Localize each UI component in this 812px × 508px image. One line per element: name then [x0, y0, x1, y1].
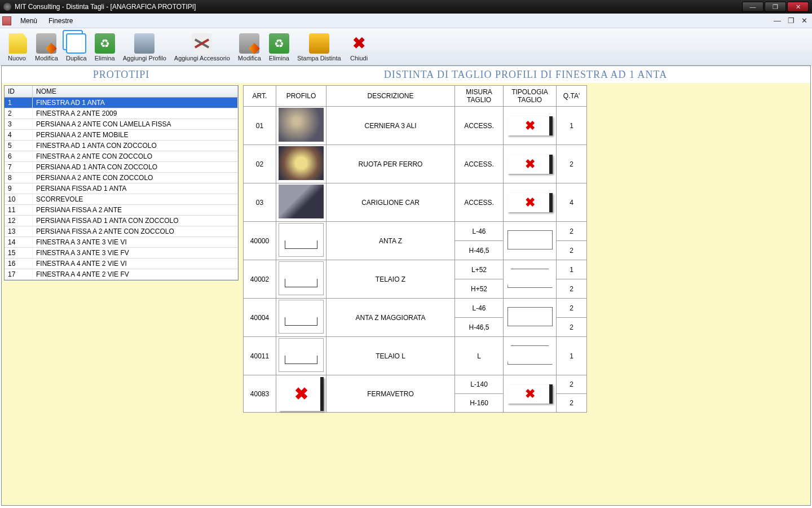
- table-row[interactable]: 4PERSIANA A 2 ANTE MOBILE: [5, 130, 238, 141]
- menu-menu[interactable]: Menù: [16, 16, 42, 26]
- elimina-label: Elimina: [95, 55, 115, 62]
- form-icon: [2, 16, 11, 25]
- cell-profilo: [276, 299, 326, 337]
- cell-misura: H-160: [455, 394, 504, 413]
- chiudi-label: Chiudi: [350, 55, 368, 62]
- table-row[interactable]: 03CARIGLIONE CARACCESS.4: [244, 183, 587, 222]
- cell-id: 8: [5, 173, 33, 183]
- cell-id: 12: [5, 216, 33, 226]
- modifica-button[interactable]: Modifica: [32, 32, 61, 63]
- window-minimize-button[interactable]: —: [742, 2, 764, 12]
- cell-descrizione: ANTA Z MAGGIORATA: [326, 299, 455, 337]
- cell-misura: H-46,5: [455, 318, 504, 337]
- mdi-minimize-button[interactable]: —: [771, 16, 783, 25]
- table-row[interactable]: 7PERSIANA AD 1 ANTA CON ZOCCOLO: [5, 162, 238, 173]
- table-row[interactable]: 40000ANTA ZL-462: [244, 222, 587, 241]
- table-row[interactable]: 9PERSIANA FISSA AD 1 ANTA: [5, 183, 238, 194]
- cell-nome: FINESTRA AD 1 ANTA: [33, 98, 238, 108]
- mdi-restore-button[interactable]: ❐: [785, 16, 797, 25]
- table-row[interactable]: 10SCORREVOLE: [5, 194, 238, 205]
- left-pane: PROTOTIPI ID NOME 1FINESTRA AD 1 ANTA2FI…: [2, 66, 241, 505]
- col-header-nome[interactable]: NOME: [33, 86, 238, 97]
- profile-thumbnail: [279, 377, 324, 411]
- table-row[interactable]: 17FINESTRA A 4 ANTE 2 VIE FV: [5, 269, 238, 280]
- close-icon: [349, 33, 369, 54]
- elimina-button[interactable]: Elimina: [91, 32, 118, 63]
- cell-nome: FINESTRA A 3 ANTE 3 VIE FV: [33, 248, 238, 258]
- cut-type-icon: [508, 307, 553, 326]
- window-maximize-button[interactable]: ❐: [765, 2, 786, 12]
- cell-profilo: [276, 107, 326, 145]
- table-row[interactable]: 01CERNIERA 3 ALIACCESS.1: [244, 107, 587, 145]
- new-icon: [7, 33, 27, 54]
- cell-art: 40002: [244, 260, 276, 299]
- table-row[interactable]: 15FINESTRA A 3 ANTE 3 VIE FV: [5, 248, 238, 259]
- col-header-id[interactable]: ID: [5, 86, 33, 97]
- profile-thumbnail: [279, 185, 324, 218]
- table-row[interactable]: 2FINESTRA A 2 ANTE 2009: [5, 108, 238, 119]
- cell-misura: ACCESS.: [455, 107, 504, 145]
- menu-bar: Menù Finestre — ❐ ✕: [0, 14, 812, 28]
- col-header-tipologia[interactable]: TIPOLOGIA TAGLIO: [504, 86, 557, 107]
- table-row[interactable]: 40011TELAIO LL1: [244, 337, 587, 375]
- profile-thumbnail: [279, 300, 324, 334]
- duplica-button[interactable]: Duplica: [63, 32, 90, 63]
- cell-misura: L+52: [455, 260, 504, 279]
- stampa-button[interactable]: Stampa Distinta: [294, 32, 345, 63]
- window-close-button[interactable]: ✕: [787, 2, 809, 12]
- distinta-grid[interactable]: ART. PROFILO DESCRIZIONE MISURA TAGLIO T…: [243, 85, 587, 413]
- profile-thumbnail: [279, 261, 324, 295]
- cell-id: 9: [5, 183, 33, 194]
- cut-type-icon: [508, 384, 553, 404]
- cell-profilo: [276, 145, 326, 183]
- accessory-icon: [192, 33, 212, 54]
- col-header-profilo[interactable]: PROFILO: [276, 86, 326, 107]
- cell-qta: 2: [557, 241, 587, 260]
- modifica2-button[interactable]: Modifica: [235, 32, 264, 63]
- table-row[interactable]: 40004ANTA Z MAGGIORATAL-462: [244, 299, 587, 318]
- elimina2-button[interactable]: Elimina: [266, 32, 293, 63]
- col-header-art[interactable]: ART.: [244, 86, 276, 107]
- profile-thumbnail: [279, 146, 324, 180]
- col-header-qta[interactable]: Q.TA': [557, 86, 587, 107]
- table-row[interactable]: 6FINESTRA A 2 ANTE CON ZOCCOLO: [5, 151, 238, 162]
- table-row[interactable]: 8PERSIANA A 2 ANTE CON ZOCCOLO: [5, 173, 238, 183]
- table-row[interactable]: 13PERSIANA FISSA A 2 ANTE CON ZOCCOLO: [5, 226, 238, 237]
- table-row[interactable]: 40002TELAIO ZL+521: [244, 260, 587, 279]
- chiudi-button[interactable]: Chiudi: [346, 32, 373, 63]
- profile-thumbnail: [279, 338, 324, 372]
- table-row[interactable]: 16FINESTRA A 4 ANTE 2 VIE VI: [5, 259, 238, 269]
- table-row[interactable]: 40083FERMAVETROL-1402: [244, 375, 587, 394]
- cell-profilo: [276, 183, 326, 222]
- cell-qta: 1: [557, 337, 587, 375]
- cell-profilo: [276, 222, 326, 260]
- cell-misura: L-46: [455, 299, 504, 318]
- nuovo-button[interactable]: Nuovo: [3, 32, 30, 63]
- cell-tipologia: [504, 375, 557, 413]
- cell-art: 40000: [244, 222, 276, 260]
- prototipi-grid[interactable]: ID NOME 1FINESTRA AD 1 ANTA2FINESTRA A 2…: [4, 85, 239, 281]
- cell-misura: L-46: [455, 222, 504, 241]
- col-header-descrizione[interactable]: DESCRIZIONE: [326, 86, 455, 107]
- menu-finestre[interactable]: Finestre: [44, 16, 77, 26]
- cell-tipologia: [504, 299, 557, 337]
- cell-nome: PERSIANA FISSA A 2 ANTE: [33, 205, 238, 215]
- cell-qta: 2: [557, 375, 587, 394]
- modifica2-label: Modifica: [238, 55, 261, 62]
- table-row[interactable]: 12PERSIANA FISSA AD 1 ANTA CON ZOCCOLO: [5, 216, 238, 226]
- table-row[interactable]: 02RUOTA PER FERROACCESS.2: [244, 145, 587, 183]
- cell-qta: 1: [557, 260, 587, 279]
- cell-nome: FINESTRA A 2 ANTE 2009: [33, 108, 238, 119]
- table-row[interactable]: 3PERSIANA A 2 ANTE CON LAMELLA FISSA: [5, 119, 238, 130]
- cell-misura: ACCESS.: [455, 145, 504, 183]
- table-row[interactable]: 14FINESTRA A 3 ANTE 3 VIE VI: [5, 237, 238, 248]
- cell-tipologia: [504, 337, 557, 375]
- table-row[interactable]: 5FINESTRA AD 1 ANTA CON ZOCCOLO: [5, 141, 238, 151]
- cell-qta: 2: [557, 318, 587, 337]
- table-row[interactable]: 11PERSIANA FISSA A 2 ANTE: [5, 205, 238, 216]
- aggiungi-accessorio-button[interactable]: Aggiungi Accessorio: [171, 32, 233, 63]
- table-row[interactable]: 1FINESTRA AD 1 ANTA: [5, 98, 238, 108]
- aggiungi-profilo-button[interactable]: Aggiungi Profilo: [120, 32, 170, 63]
- mdi-close-button[interactable]: ✕: [799, 16, 810, 25]
- col-header-misura[interactable]: MISURA TAGLIO: [455, 86, 504, 107]
